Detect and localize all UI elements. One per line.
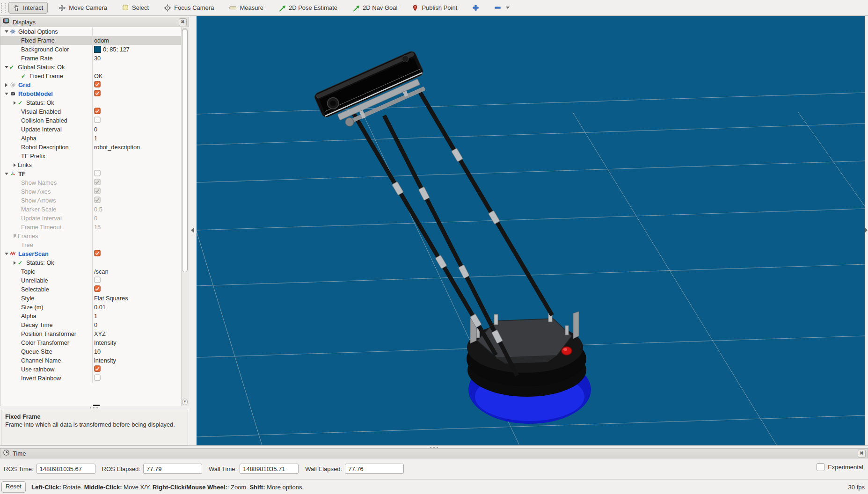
tree-row-update-interval[interactable]: Update Interval0 [0,214,189,223]
ros-time-input[interactable]: 1488981035.67 [36,464,95,474]
close-icon[interactable]: ✖ [179,18,187,26]
tree-row-use-rainbow[interactable]: Use rainbow [0,365,189,374]
tree-row-links[interactable]: Links [0,160,189,169]
property-value-cell[interactable]: robot_description [92,143,189,152]
property-value-cell[interactable] [92,374,189,383]
chevron-right-icon[interactable] [12,234,18,238]
tree-row-global-options[interactable]: Global Options [0,27,189,36]
property-value-cell[interactable]: 0 [92,320,189,329]
tree-row-tree[interactable]: Tree [0,240,189,249]
tree-row-fixed-frame[interactable]: Fixed Frameodom [0,36,189,45]
property-value-cell[interactable]: 30 [92,54,189,63]
chevron-down-icon[interactable] [3,93,9,95]
tree-row-selectable[interactable]: Selectable [0,285,189,294]
tree-row-invert-rainbow[interactable]: Invert Rainbow [0,374,189,383]
checkbox-checked-icon[interactable] [94,365,101,374]
property-value-cell[interactable]: 0 [92,214,189,223]
property-value-cell[interactable] [92,187,189,196]
focus-camera-tool[interactable]: Focus Camera [160,2,218,14]
property-value-cell[interactable]: 1 [92,312,189,320]
toolbar-drag-handle[interactable] [1,3,6,13]
tree-row-laserscan[interactable]: LaserScan [0,249,189,258]
select-tool[interactable]: Select [118,2,153,13]
tree-row-show-names[interactable]: Show Names [0,178,189,187]
property-value-cell[interactable] [92,196,189,205]
publish-point-tool[interactable]: Publish Point [408,2,461,14]
tree-row-global-status-ok[interactable]: ✓Global Status: Ok [0,63,189,72]
property-value-cell[interactable] [92,249,189,258]
tree-row-tf[interactable]: TF [0,169,189,178]
checkbox-checked-icon[interactable] [94,250,101,258]
chevron-down-icon[interactable] [3,66,9,68]
checkbox-checked-icon[interactable] [94,81,101,89]
property-value-cell[interactable] [92,107,189,116]
2d-pose-estimate-tool[interactable]: 2D Pose Estimate [274,2,342,14]
property-value-cell[interactable] [92,178,189,187]
tree-row-alpha[interactable]: Alpha1 [0,312,189,320]
tree-row-grid[interactable]: Grid [0,80,189,89]
tree-row-collision-enabled[interactable]: Collision Enabled [0,116,189,125]
time-close-icon[interactable]: ✖ [858,450,866,458]
tree-row-queue-size[interactable]: Queue Size10 [0,347,189,356]
property-value-cell[interactable]: 0 [92,125,189,134]
tree-row-show-arrows[interactable]: Show Arrows [0,196,189,205]
property-value-cell[interactable]: intensity [92,356,189,365]
property-value-cell[interactable]: 0.5 [92,205,189,214]
tree-row-frame-rate[interactable]: Frame Rate30 [0,54,189,63]
measure-tool[interactable]: Measure [225,2,268,13]
collapse-left-icon[interactable] [191,227,194,233]
wall-elapsed-input[interactable]: 77.76 [345,464,404,474]
checkbox-unchecked-icon[interactable] [94,170,101,178]
property-value-cell[interactable]: Flat Squares [92,294,189,303]
vertical-splitter[interactable] [189,16,197,445]
checkbox-checked-icon[interactable] [94,108,101,116]
chevron-down-icon[interactable] [506,7,510,9]
tree-row-channel-name[interactable]: Channel Nameintensity [0,356,189,365]
property-value-cell[interactable]: 10 [92,347,189,356]
tree-row-size-m-[interactable]: Size (m)0.01 [0,303,189,312]
ros-elapsed-input[interactable]: 77.79 [143,464,202,474]
tree-row-background-color[interactable]: Background Color0; 85; 127 [0,45,189,54]
experimental-checkbox[interactable] [817,463,824,471]
tree-row-position-transformer[interactable]: Position TransformerXYZ [0,329,189,338]
chevron-right-icon[interactable] [12,163,18,167]
plus-tool[interactable] [468,2,483,13]
chevron-right-icon[interactable] [12,261,18,265]
property-value-cell[interactable] [92,258,189,267]
property-value-cell[interactable]: 15 [92,223,189,232]
tree-row-update-interval[interactable]: Update Interval0 [0,125,189,134]
property-value-cell[interactable] [92,285,189,294]
tree-row-alpha[interactable]: Alpha1 [0,134,189,143]
property-value-cell[interactable]: 0; 85; 127 [92,45,189,54]
tree-row-show-axes[interactable]: Show Axes [0,187,189,196]
tree-row-visual-enabled[interactable]: Visual Enabled [0,107,189,116]
tree-row-robotmodel[interactable]: RobotModel [0,89,189,98]
displays-panel-titlebar[interactable]: Displays ✖ [0,17,189,27]
property-value-cell[interactable] [92,27,189,36]
scroll-down-icon[interactable]: ▼ [182,399,188,405]
property-value-cell[interactable]: 1 [92,134,189,143]
property-value-cell[interactable]: XYZ [92,329,189,338]
property-value-cell[interactable] [92,63,189,72]
property-value-cell[interactable] [92,89,189,98]
chevron-down-icon[interactable] [3,253,9,255]
tree-row-marker-scale[interactable]: Marker Scale0.5 [0,205,189,214]
tree-row-tf-prefix[interactable]: TF Prefix [0,152,189,160]
chevron-down-icon[interactable] [3,173,9,175]
checkbox-checked-icon[interactable] [94,285,101,294]
property-value-cell[interactable] [92,116,189,125]
tree-row-unreliable[interactable]: Unreliable [0,276,189,285]
property-value-cell[interactable] [92,98,189,107]
checkbox-unchecked-icon[interactable] [94,374,101,383]
property-value-cell[interactable] [92,365,189,374]
property-value-cell[interactable]: Intensity [92,338,189,347]
chevron-down-icon[interactable] [3,30,9,33]
property-value-cell[interactable]: odom [92,36,189,45]
tree-row-color-transformer[interactable]: Color TransformerIntensity [0,338,189,347]
property-value-cell[interactable]: /scan [92,267,189,276]
tree-row-frames[interactable]: Frames [0,232,189,240]
property-value-cell[interactable] [92,240,189,249]
tree-row-fixed-frame[interactable]: ✓Fixed FrameOK [0,72,189,80]
tree-row-topic[interactable]: Topic/scan [0,267,189,276]
checkbox-unchecked-icon[interactable] [94,276,101,285]
